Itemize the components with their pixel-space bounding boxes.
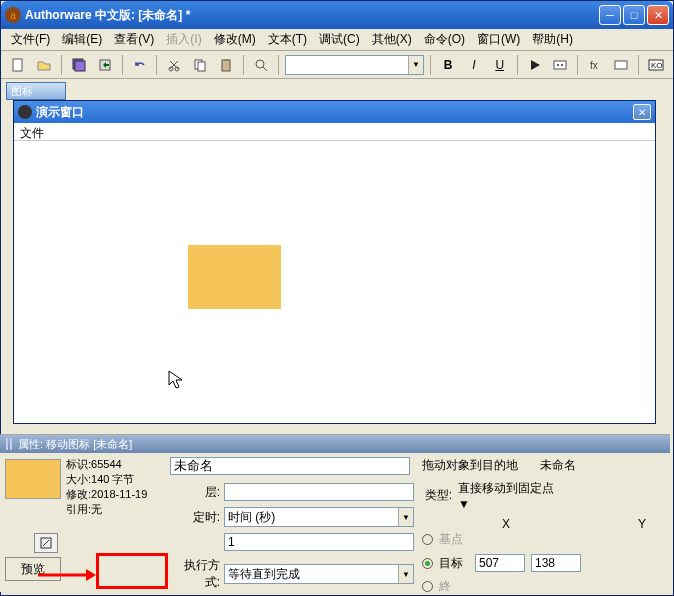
thumbnail [5, 459, 61, 499]
demo-titlebar: 演示窗口 ✕ [14, 101, 655, 123]
demo-window: 演示窗口 ✕ 文件 [13, 100, 656, 424]
timing-label: 定时: [170, 509, 220, 526]
exec-combo[interactable]: 等待直到完成▼ [224, 564, 414, 584]
svg-point-13 [561, 64, 563, 66]
paste-button[interactable] [215, 54, 237, 76]
x-header: X [502, 517, 510, 531]
menu-modify[interactable]: 修改(M) [208, 29, 262, 50]
svg-rect-7 [198, 62, 205, 71]
layer-label: 层: [170, 484, 220, 501]
menu-view[interactable]: 查看(V) [108, 29, 160, 50]
svg-text:fx: fx [590, 60, 598, 71]
style-combo[interactable]: ▼ [285, 55, 424, 75]
demo-menubar: 文件 [14, 123, 655, 141]
properties-panel: 属性: 移动图标 [未命名] 预览 标识:65544 大小:140 字节 修改:… [0, 434, 670, 592]
demo-menu-file[interactable]: 文件 [20, 126, 44, 140]
dest-name: 未命名 [540, 457, 576, 474]
run-button[interactable] [524, 54, 546, 76]
timing-combo[interactable]: 时间 (秒)▼ [224, 507, 414, 527]
svg-point-10 [256, 60, 264, 68]
undo-button[interactable] [129, 54, 151, 76]
layer-input[interactable] [224, 483, 414, 501]
end-label: 終 [439, 578, 469, 595]
target-label: 目标 [439, 555, 469, 572]
menu-insert: 插入(I) [160, 29, 207, 50]
properties-title: 属性: 移动图标 [未命名] [18, 437, 132, 452]
y-input[interactable] [531, 554, 581, 572]
svg-text:KO: KO [651, 61, 663, 70]
demo-title: 演示窗口 [36, 104, 633, 121]
underline-button[interactable]: U [489, 54, 511, 76]
menu-command[interactable]: 命令(O) [418, 29, 471, 50]
demo-canvas[interactable] [14, 141, 655, 423]
properties-info: 标识:65544 大小:140 字节 修改:2018-11-19 引用:无 [66, 457, 147, 589]
main-titlebar: a Authorware 中文版: [未命名] * ─ □ ✕ [1, 1, 673, 29]
minimize-button[interactable]: ─ [599, 5, 621, 25]
demo-rectangle[interactable] [188, 245, 281, 309]
exec-label: 执行方式: [170, 557, 220, 591]
base-radio [422, 534, 433, 545]
end-radio [422, 581, 433, 592]
menubar: 文件(F) 编辑(E) 查看(V) 插入(I) 修改(M) 文本(T) 调试(C… [1, 29, 673, 51]
menu-debug[interactable]: 调试(C) [313, 29, 366, 50]
svg-point-12 [557, 64, 559, 66]
x-input[interactable] [475, 554, 525, 572]
svg-rect-15 [615, 61, 627, 69]
functions-button[interactable]: fx [584, 54, 606, 76]
preview-button[interactable]: 预览 [5, 557, 61, 581]
svg-rect-0 [13, 59, 22, 71]
gripper-icon[interactable] [6, 438, 12, 450]
demo-close-button[interactable]: ✕ [633, 104, 651, 120]
cut-button[interactable] [163, 54, 185, 76]
type-label: 类型: [422, 487, 452, 504]
target-radio[interactable] [422, 558, 433, 569]
new-button[interactable] [7, 54, 29, 76]
import-button[interactable] [94, 54, 116, 76]
svg-rect-11 [554, 61, 566, 69]
svg-rect-9 [224, 59, 228, 61]
demo-icon [18, 105, 32, 119]
variables-button[interactable] [610, 54, 632, 76]
find-button[interactable] [250, 54, 272, 76]
timing-number-input[interactable] [224, 533, 414, 551]
properties-header: 属性: 移动图标 [未命名] [0, 435, 670, 453]
menu-window[interactable]: 窗口(W) [471, 29, 526, 50]
bold-button[interactable]: B [437, 54, 459, 76]
close-button[interactable]: ✕ [647, 5, 669, 25]
svg-rect-8 [222, 60, 230, 71]
menu-other[interactable]: 其他(X) [366, 29, 418, 50]
control-panel-button[interactable] [550, 54, 572, 76]
drag-hint-label: 拖动对象到目的地 [422, 457, 518, 474]
menu-help[interactable]: 帮助(H) [526, 29, 579, 50]
toolbar: ▼ B I U fx KO [1, 51, 673, 79]
base-label: 基点 [439, 531, 469, 548]
icon-panel-header: 图标 [6, 82, 66, 100]
italic-button[interactable]: I [463, 54, 485, 76]
edit-icon-button[interactable] [34, 533, 58, 553]
menu-edit[interactable]: 编辑(E) [56, 29, 108, 50]
copy-button[interactable] [189, 54, 211, 76]
maximize-button[interactable]: □ [623, 5, 645, 25]
menu-file[interactable]: 文件(F) [5, 29, 56, 50]
app-icon: a [5, 7, 21, 23]
svg-rect-2 [75, 61, 85, 71]
open-button[interactable] [33, 54, 55, 76]
type-combo[interactable]: 直接移动到固定点▼ [458, 480, 666, 511]
window-title: Authorware 中文版: [未命名] * [25, 7, 599, 24]
name-input[interactable] [170, 457, 410, 475]
save-all-button[interactable] [68, 54, 90, 76]
ko-button[interactable]: KO [645, 54, 667, 76]
menu-text[interactable]: 文本(T) [262, 29, 313, 50]
y-header: Y [638, 517, 646, 531]
